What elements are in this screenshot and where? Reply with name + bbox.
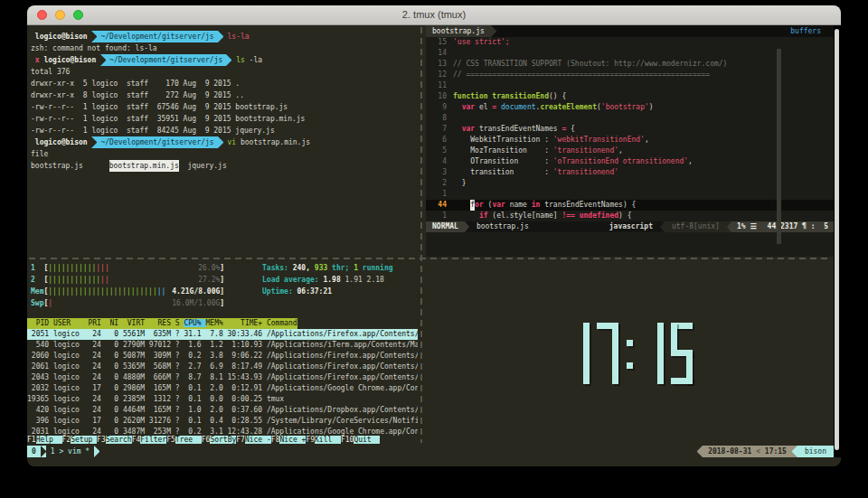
- htop-function-bar: F1Help F2Setup F3SearchF4FilterF5Tree F6…: [27, 436, 380, 444]
- fkey-item[interactable]: F6SortBy: [202, 436, 237, 444]
- process-row[interactable]: 396 logico 17 0 2620M 31276 ? 0.1 0.4 0:…: [27, 416, 418, 427]
- code-line: 15'use strict';: [426, 37, 834, 48]
- meter-ticks: ||: [100, 274, 109, 286]
- chevron-left-icon: <: [756, 447, 760, 456]
- terminal-line: total 376: [31, 66, 418, 78]
- clock-digit: [642, 323, 664, 384]
- htop-table-header[interactable]: PID USER PRI NI VIRT RES S CPU% MEM% TIM…: [27, 318, 297, 329]
- meter-value: 26.0%: [198, 262, 220, 274]
- line-number: 9: [426, 102, 453, 113]
- code-token: 'webkitTransitionEnd': [553, 135, 645, 146]
- fkey-key: F9: [306, 436, 315, 444]
- vim-tab-arrow-icon: [491, 25, 496, 37]
- column-header-pid[interactable]: PID: [27, 319, 53, 327]
- code-line: 11: [426, 80, 834, 91]
- fkey-key: F10: [341, 436, 354, 444]
- vim-scroll-percent: 1% ☰: [731, 221, 762, 232]
- stat-text: thr;: [327, 262, 354, 274]
- clock-segment: [657, 353, 664, 384]
- pane-vim[interactable]: bootstrap.js buffers 15'use strict';1413…: [426, 25, 834, 257]
- fkey-item[interactable]: F3Search: [97, 436, 132, 444]
- column-header-s[interactable]: S: [175, 319, 184, 327]
- process-row[interactable]: 2032 logico 17 0 2986M 165M ? 0.1 2.0 0:…: [27, 383, 418, 394]
- fkey-item[interactable]: F2Setup: [62, 436, 98, 444]
- terminal-line: -rw-r--r-- 1 logico staff 35951 Aug 9 20…: [31, 113, 418, 125]
- htop-header-row[interactable]: PID USER PRI NI VIRT RES S CPU% MEM% TIM…: [27, 318, 297, 329]
- terminal-line: bootstrap.js bootstrap.min.js jquery.js: [31, 160, 418, 172]
- pane-shell[interactable]: logico@bison ~/Development/gitserver/js …: [27, 25, 418, 257]
- meter-label: Mem: [31, 286, 43, 297]
- tmux-pane-border-horizontal[interactable]: [29, 258, 832, 259]
- meter-label: 1: [31, 262, 43, 274]
- fkey-item[interactable]: F8Nice +: [271, 436, 307, 444]
- process-row[interactable]: 19365 logico 24 0 2385M 1312 ? 0.1 0.0 0…: [27, 394, 418, 405]
- code-token: el: [475, 102, 492, 113]
- line-number: 2: [426, 178, 453, 189]
- vim-mode-indicator: NORMAL: [426, 221, 465, 232]
- column-header-user[interactable]: USER: [53, 319, 89, 327]
- pane-clock[interactable]: [426, 260, 834, 446]
- column-header-ni[interactable]: NI: [106, 319, 123, 327]
- process-row[interactable]: 2061 logico 24 0 5365M 568M ? 2.7 6.9 8:…: [27, 362, 418, 372]
- fkey-item[interactable]: F7Nice -: [236, 436, 271, 444]
- column-header-pri[interactable]: PRI: [88, 319, 105, 327]
- terminal-text: drwxr-xr-x 5 logico staff 170 Aug 9 2015…: [31, 78, 240, 89]
- column-header-cpu[interactable]: CPU%: [184, 319, 205, 327]
- code-line: 3 transition : 'transitionend': [426, 167, 834, 178]
- terminal-text: -rw-r--r-- 1 logico staff 84245 Aug 9 20…: [31, 125, 275, 136]
- fkey-key: F5: [166, 436, 175, 444]
- tmux-pane-border-vertical[interactable]: [420, 27, 422, 443]
- code-token: MozTransition :: [453, 146, 553, 156]
- code-token: function transitionEnd: [453, 91, 549, 102]
- tmux-status-bar: 0 1 > vim * 2018-08-31 < 17:15 bison: [27, 446, 834, 457]
- code-token: 'use strict';: [453, 37, 510, 48]
- code-token: () {: [549, 91, 566, 102]
- fkey-key: F4: [132, 436, 141, 444]
- clock-colon: [626, 323, 635, 384]
- terminal-line: file: [31, 148, 418, 160]
- code-token: ,: [688, 156, 693, 167]
- fkey-item[interactable]: F9Kill: [306, 436, 341, 444]
- terminal-window: 2. tmux (tmux) logico@bison ~/Developmen…: [27, 5, 841, 466]
- zoom-button[interactable]: [73, 10, 83, 20]
- code-token: OTransition :: [453, 156, 553, 167]
- column-header-mem[interactable]: MEM%: [206, 319, 228, 327]
- desktop: 2. tmux (tmux) logico@bison ~/Developmen…: [0, 0, 868, 498]
- scrollbar[interactable]: [835, 29, 839, 450]
- stat-text: 1.98: [323, 274, 344, 286]
- vim-code-area[interactable]: 15'use strict';1413// CSS TRANSITION SUP…: [426, 37, 834, 221]
- vim-tab-bootstrap-js[interactable]: bootstrap.js: [426, 25, 491, 37]
- tmux-hostname-badge: bison: [797, 446, 834, 457]
- meter-track: |||||||||||||||||||||||||||4.21G/8.00G: [48, 286, 220, 297]
- code-token: [453, 102, 462, 113]
- fkey-item[interactable]: F1Help: [27, 436, 62, 444]
- process-row[interactable]: 540 logico 24 0 2790M 97012 ? 1.6 1.2 1:…: [27, 340, 418, 351]
- terminal-line: drwxr-xr-x 5 logico staff 170 Aug 9 2015…: [31, 78, 418, 89]
- fkey-item[interactable]: F10Quit: [341, 436, 380, 444]
- code-token: transition :: [453, 167, 553, 178]
- code-token: transEndEventNames: [540, 200, 623, 211]
- code-token: document: [501, 102, 536, 113]
- process-row[interactable]: 2043 logico 24 0 4880M 666M ? 8.7 8.1 15…: [27, 372, 418, 383]
- terminal-line: -rw-r--r-- 1 logico staff 67546 Aug 9 20…: [31, 101, 418, 113]
- vim-cursor-position: 44/2317 ¶ : 5: [762, 221, 834, 232]
- column-header-command[interactable]: Command: [267, 319, 297, 327]
- column-header-time+[interactable]: TIME+: [228, 319, 267, 327]
- completion-selected[interactable]: bootstrap.min.js: [109, 160, 179, 172]
- code-token: [453, 200, 470, 211]
- column-header-res[interactable]: RES: [149, 319, 175, 327]
- tmux-time: 17:15: [765, 447, 787, 456]
- minimize-button[interactable]: [55, 10, 65, 20]
- process-row[interactable]: 2051 logico 24 0 5561M 635M ? 31.1 7.8 3…: [27, 329, 418, 340]
- pane-htop[interactable]: 1 [||||||||||||||26.0%]2 [||||||||||||||…: [27, 260, 418, 446]
- fkey-item[interactable]: F4Filter: [132, 436, 167, 444]
- process-row[interactable]: 2060 logico 24 0 5087M 309M ? 0.2 3.8 9:…: [27, 351, 418, 362]
- fkey-label: Setup: [71, 436, 97, 444]
- fkey-item[interactable]: F5Tree: [166, 436, 202, 444]
- tmux-window-tab[interactable]: 1 > vim *: [46, 446, 94, 457]
- close-button[interactable]: [37, 10, 47, 20]
- process-row[interactable]: 420 logico 24 0 4464M 165M ? 1.0 2.0 0:3…: [27, 405, 418, 416]
- clock-digit: [597, 323, 618, 384]
- column-header-virt[interactable]: VIRT: [123, 319, 149, 327]
- window-titlebar[interactable]: 2. tmux (tmux): [27, 5, 841, 25]
